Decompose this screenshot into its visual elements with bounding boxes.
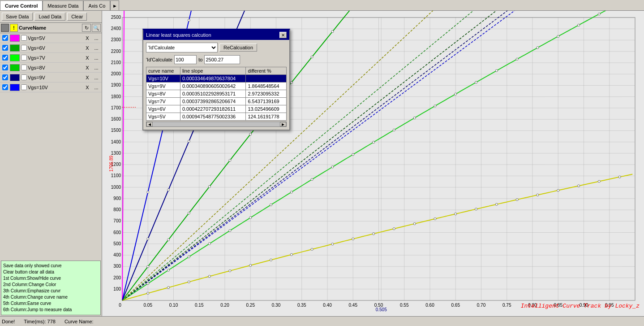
table-cell-name: Vgs=8V [146,90,180,98]
header-check [1,24,9,32]
table-cell-slope: 0.000340890605002642 [180,83,245,90]
curve-name-cell: Vgs=9V [28,75,83,80]
tab-curve-control[interactable]: Curve Control [0,0,43,10]
curve-name-cell: Vgs=10V [28,85,83,90]
curve-jump-button[interactable]: ... [92,35,101,41]
left-panel: Save Data Load Data Clear ! CurveName ↻ … [0,11,102,316]
status-area: Save data only showed curveClear button … [1,261,101,315]
table-cell-name: Vgs=9V [146,83,180,90]
table-cell-name: Vgs=7V [146,98,180,105]
time-label: Time(ms): 778 [24,319,56,324]
warn-icon: ! [10,24,18,32]
curve-jump-button[interactable]: ... [92,85,101,90]
main-content: Save Data Load Data Clear ! CurveName ↻ … [0,11,644,316]
table-row[interactable]: Vgs=8V0.0003510229289531712.9723095332 [146,90,287,98]
tab-measure-data[interactable]: Measure Data [43,0,83,10]
status-tip: 2nd Column:Change Color [3,282,99,288]
y-axis-label: 1706.89 [109,155,114,171]
status-tip: Save data only showed curve [3,263,99,269]
curve-em-check[interactable] [21,74,27,80]
status-tip: 3th Column:Emphasize curvr [3,288,99,294]
curve-visible-check[interactable] [1,84,9,90]
dialog-dropdown[interactable]: 'Id'Calculate [146,43,218,52]
table-row[interactable]: Vgs=5V0.000947548775002336124.16191778 [146,113,287,121]
curve-row: Vgs=6V X ... [0,43,102,53]
curve-erase-button[interactable]: X [84,65,91,70]
lsq-dialog: Linear least squares calcution ✕ 'Id'Cal… [142,29,290,130]
table-cell-slope: 0.000334649870637804 [180,75,245,83]
status-bar: Done! Time(ms): 778 Curve Name: [0,316,644,326]
scroll-left-button[interactable]: ◀ [146,122,153,126]
table-cell-slope: 0.000422707293182611 [180,105,245,113]
curve-visible-check[interactable] [1,74,9,80]
to-label: to [198,57,202,62]
recalculate-button[interactable]: ReCalcuation [219,43,257,52]
curve-erase-button[interactable]: X [84,45,91,51]
to-input[interactable] [204,55,240,64]
curve-jump-button[interactable]: ... [92,45,101,51]
clear-button[interactable]: Clear [67,13,87,21]
from-label: 'Id'Calculate [146,57,172,62]
curve-color-swatch[interactable] [10,64,20,71]
table-cell-diff: 13.025496609 [246,105,287,113]
status-tip: 6th Column:Jump to measure data [3,307,99,313]
grid-icon [1,24,9,32]
curve-name-cell: Vgs=8V [28,65,83,70]
curve-name-cell: Vgs=7V [28,55,83,61]
table-cell-slope: 0.000947548775002336 [180,113,245,121]
dialog-title-text: Linear least squares calcution [146,32,211,38]
table-cell-name: Vgs=6V [146,105,180,113]
curve-visible-check[interactable] [1,35,9,41]
dialog-title-bar[interactable]: Linear least squares calcution ✕ [143,30,289,40]
status-tip: 4th Column:Change curve name [3,294,99,300]
scroll-right-button[interactable]: ▶ [280,122,286,126]
table-header-cell: curve name [146,67,180,75]
tab-next-arrow[interactable]: ► [110,0,119,10]
table-cell-slope: 0.000351022928953171 [180,90,245,98]
curve-row: Vgs=8V X ... [0,63,102,73]
curve-name-label: Curve Name: [64,319,94,324]
curve-erase-button[interactable]: X [84,35,91,41]
curve-em-check[interactable] [21,84,27,90]
curve-em-check[interactable] [21,65,27,70]
tab-axis-co[interactable]: Axis Co [83,0,110,10]
chart-area: 1706.89 Intelligent Curve Track by Locky… [102,11,644,316]
curve-color-swatch[interactable] [10,54,20,61]
curve-erase-button[interactable]: X [84,55,91,61]
curve-visible-check[interactable] [1,45,9,51]
curve-color-swatch[interactable] [10,74,20,81]
curve-jump-button[interactable]: ... [92,75,101,80]
curve-color-swatch[interactable] [10,35,20,42]
table-row[interactable]: Vgs=7V0.0003739928652066746.5437139169 [146,98,287,105]
table-header-cell: line slope [180,67,245,75]
curve-table-header: ! CurveName ↻ 🔍 [0,23,102,33]
curve-em-check[interactable] [21,35,27,41]
table-cell-slope: 0.000373992865206674 [180,98,245,105]
dialog-top-row: 'Id'Calculate ReCalcuation [146,43,287,52]
curve-jump-button[interactable]: ... [92,55,101,61]
table-row[interactable]: Vgs=10V0.000334649870637804 [146,75,287,83]
table-cell-name: Vgs=5V [146,113,180,121]
search-icon[interactable]: 🔍 [92,24,101,32]
status-tip: 1st Column:Show/Hide curve [3,275,99,282]
dialog-body: 'Id'Calculate ReCalcuation 'Id'Calculate… [143,40,289,130]
curve-visible-check[interactable] [1,65,9,70]
refresh-icon[interactable]: ↻ [82,24,91,32]
from-input[interactable] [174,55,197,64]
curve-erase-button[interactable]: X [84,85,91,90]
dialog-close-button[interactable]: ✕ [279,32,287,38]
table-row[interactable]: Vgs=9V0.0003408906050026421.8648548564 [146,83,287,90]
curve-erase-button[interactable]: X [84,75,91,80]
curve-em-check[interactable] [21,55,27,61]
curve-jump-button[interactable]: ... [92,65,101,70]
tab-bar: Curve Control Measure Data Axis Co ► [0,0,644,11]
save-data-button[interactable]: Save Data [2,13,33,21]
lsq-table: curve nameline slopedifferent %Vgs=10V0.… [146,67,287,121]
curve-visible-check[interactable] [1,55,9,61]
curve-color-swatch[interactable] [10,84,20,91]
curve-color-swatch[interactable] [10,44,20,52]
curve-row: Vgs=5V X ... [0,33,102,43]
load-data-button[interactable]: Load Data [34,13,65,21]
curve-em-check[interactable] [21,45,27,51]
table-row[interactable]: Vgs=6V0.00042270729318261113.025496609 [146,105,287,113]
